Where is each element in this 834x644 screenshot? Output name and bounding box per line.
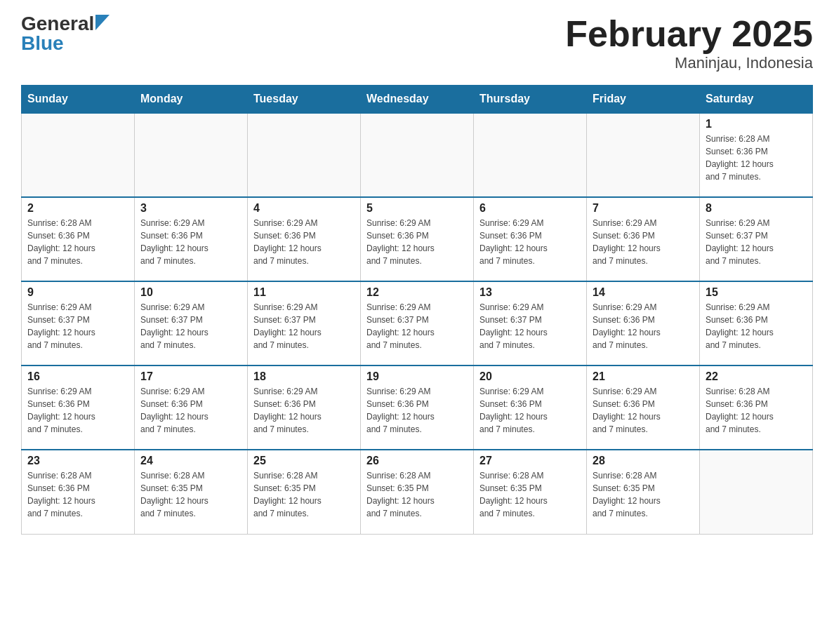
day-info: Sunrise: 6:29 AM Sunset: 6:37 PM Dayligh… <box>706 217 807 267</box>
day-info: Sunrise: 6:29 AM Sunset: 6:36 PM Dayligh… <box>140 217 241 267</box>
calendar-cell <box>135 113 248 197</box>
day-info: Sunrise: 6:29 AM Sunset: 6:36 PM Dayligh… <box>706 301 807 351</box>
calendar-cell: 25Sunrise: 6:28 AM Sunset: 6:35 PM Dayli… <box>248 450 361 534</box>
calendar-cell <box>700 450 813 534</box>
day-info: Sunrise: 6:29 AM Sunset: 6:37 PM Dayligh… <box>479 301 581 351</box>
calendar-week-row: 16Sunrise: 6:29 AM Sunset: 6:36 PM Dayli… <box>22 365 813 450</box>
day-info: Sunrise: 6:29 AM Sunset: 6:37 PM Dayligh… <box>27 301 128 351</box>
calendar-cell: 2Sunrise: 6:28 AM Sunset: 6:36 PM Daylig… <box>22 197 135 281</box>
day-number: 16 <box>27 370 128 383</box>
day-number: 20 <box>479 370 581 383</box>
calendar-cell: 4Sunrise: 6:29 AM Sunset: 6:36 PM Daylig… <box>248 197 361 281</box>
day-number: 12 <box>366 286 468 299</box>
calendar-cell <box>587 113 700 197</box>
day-number: 24 <box>140 455 241 467</box>
day-number: 7 <box>593 202 694 215</box>
calendar-body: 1Sunrise: 6:28 AM Sunset: 6:36 PM Daylig… <box>22 113 813 534</box>
calendar-cell: 6Sunrise: 6:29 AM Sunset: 6:36 PM Daylig… <box>474 197 587 281</box>
calendar-cell: 13Sunrise: 6:29 AM Sunset: 6:37 PM Dayli… <box>474 281 587 365</box>
day-number: 18 <box>253 370 355 383</box>
day-number: 11 <box>253 286 355 299</box>
day-info: Sunrise: 6:29 AM Sunset: 6:36 PM Dayligh… <box>140 385 241 436</box>
day-number: 8 <box>706 202 807 215</box>
calendar-cell: 1Sunrise: 6:28 AM Sunset: 6:36 PM Daylig… <box>700 113 813 197</box>
day-info: Sunrise: 6:29 AM Sunset: 6:36 PM Dayligh… <box>253 385 355 436</box>
day-info: Sunrise: 6:28 AM Sunset: 6:35 PM Dayligh… <box>479 469 581 520</box>
day-number: 22 <box>706 370 807 383</box>
day-number: 5 <box>366 202 468 215</box>
calendar-header: SundayMondayTuesdayWednesdayThursdayFrid… <box>22 86 813 114</box>
day-number: 1 <box>706 118 807 130</box>
day-info: Sunrise: 6:29 AM Sunset: 6:36 PM Dayligh… <box>593 301 694 351</box>
calendar-cell: 18Sunrise: 6:29 AM Sunset: 6:36 PM Dayli… <box>248 365 361 450</box>
calendar-week-row: 2Sunrise: 6:28 AM Sunset: 6:36 PM Daylig… <box>22 197 813 281</box>
day-number: 2 <box>27 202 128 215</box>
day-info: Sunrise: 6:28 AM Sunset: 6:36 PM Dayligh… <box>27 469 128 520</box>
calendar-cell: 16Sunrise: 6:29 AM Sunset: 6:36 PM Dayli… <box>22 365 135 450</box>
weekday-header-friday: Friday <box>587 86 700 114</box>
calendar-cell: 19Sunrise: 6:29 AM Sunset: 6:36 PM Dayli… <box>361 365 474 450</box>
calendar-cell <box>22 113 135 197</box>
weekday-header-monday: Monday <box>135 86 248 114</box>
calendar-cell: 3Sunrise: 6:29 AM Sunset: 6:36 PM Daylig… <box>135 197 248 281</box>
calendar-cell: 23Sunrise: 6:28 AM Sunset: 6:36 PM Dayli… <box>22 450 135 534</box>
day-info: Sunrise: 6:28 AM Sunset: 6:36 PM Dayligh… <box>706 385 807 436</box>
weekday-header-thursday: Thursday <box>474 86 587 114</box>
calendar-cell: 20Sunrise: 6:29 AM Sunset: 6:36 PM Dayli… <box>474 365 587 450</box>
weekday-header-row: SundayMondayTuesdayWednesdayThursdayFrid… <box>22 86 813 114</box>
day-number: 13 <box>479 286 581 299</box>
calendar-cell: 12Sunrise: 6:29 AM Sunset: 6:37 PM Dayli… <box>361 281 474 365</box>
logo: General Blue <box>21 14 110 53</box>
day-info: Sunrise: 6:29 AM Sunset: 6:37 PM Dayligh… <box>253 301 355 351</box>
day-number: 6 <box>479 202 581 215</box>
calendar-cell: 5Sunrise: 6:29 AM Sunset: 6:36 PM Daylig… <box>361 197 474 281</box>
day-number: 3 <box>140 202 241 215</box>
day-info: Sunrise: 6:29 AM Sunset: 6:36 PM Dayligh… <box>366 385 468 436</box>
logo-arrow-icon <box>95 15 110 30</box>
day-number: 23 <box>27 455 128 467</box>
calendar-cell: 14Sunrise: 6:29 AM Sunset: 6:36 PM Dayli… <box>587 281 700 365</box>
day-info: Sunrise: 6:29 AM Sunset: 6:36 PM Dayligh… <box>27 385 128 436</box>
calendar-cell: 15Sunrise: 6:29 AM Sunset: 6:36 PM Dayli… <box>700 281 813 365</box>
day-number: 9 <box>27 286 128 299</box>
calendar-table: SundayMondayTuesdayWednesdayThursdayFrid… <box>21 85 813 535</box>
day-number: 27 <box>479 455 581 467</box>
day-info: Sunrise: 6:28 AM Sunset: 6:35 PM Dayligh… <box>593 469 694 520</box>
calendar-cell: 28Sunrise: 6:28 AM Sunset: 6:35 PM Dayli… <box>587 450 700 534</box>
day-number: 21 <box>593 370 694 383</box>
calendar-cell: 7Sunrise: 6:29 AM Sunset: 6:36 PM Daylig… <box>587 197 700 281</box>
weekday-header-sunday: Sunday <box>22 86 135 114</box>
page-header: General Blue February 2025 Maninjau, Ind… <box>21 14 813 72</box>
day-info: Sunrise: 6:29 AM Sunset: 6:36 PM Dayligh… <box>479 385 581 436</box>
title-block: February 2025 Maninjau, Indonesia <box>565 14 813 72</box>
calendar-week-row: 9Sunrise: 6:29 AM Sunset: 6:37 PM Daylig… <box>22 281 813 365</box>
calendar-cell: 21Sunrise: 6:29 AM Sunset: 6:36 PM Dayli… <box>587 365 700 450</box>
calendar-cell: 26Sunrise: 6:28 AM Sunset: 6:35 PM Dayli… <box>361 450 474 534</box>
logo-general-text: General <box>21 14 94 34</box>
day-number: 4 <box>253 202 355 215</box>
calendar-cell: 17Sunrise: 6:29 AM Sunset: 6:36 PM Dayli… <box>135 365 248 450</box>
day-info: Sunrise: 6:28 AM Sunset: 6:35 PM Dayligh… <box>140 469 241 520</box>
day-number: 15 <box>706 286 807 299</box>
day-info: Sunrise: 6:28 AM Sunset: 6:35 PM Dayligh… <box>366 469 468 520</box>
day-info: Sunrise: 6:28 AM Sunset: 6:36 PM Dayligh… <box>706 133 807 183</box>
page-title: February 2025 <box>565 14 813 54</box>
day-info: Sunrise: 6:29 AM Sunset: 6:36 PM Dayligh… <box>593 385 694 436</box>
day-info: Sunrise: 6:29 AM Sunset: 6:36 PM Dayligh… <box>479 217 581 267</box>
logo-blue-text: Blue <box>21 34 64 53</box>
weekday-header-saturday: Saturday <box>700 86 813 114</box>
day-number: 25 <box>253 455 355 467</box>
day-info: Sunrise: 6:29 AM Sunset: 6:37 PM Dayligh… <box>366 301 468 351</box>
calendar-cell: 24Sunrise: 6:28 AM Sunset: 6:35 PM Dayli… <box>135 450 248 534</box>
calendar-cell: 11Sunrise: 6:29 AM Sunset: 6:37 PM Dayli… <box>248 281 361 365</box>
calendar-cell: 9Sunrise: 6:29 AM Sunset: 6:37 PM Daylig… <box>22 281 135 365</box>
day-number: 19 <box>366 370 468 383</box>
calendar-cell <box>474 113 587 197</box>
calendar-cell <box>248 113 361 197</box>
weekday-header-wednesday: Wednesday <box>361 86 474 114</box>
day-number: 28 <box>593 455 694 467</box>
day-number: 14 <box>593 286 694 299</box>
calendar-cell: 22Sunrise: 6:28 AM Sunset: 6:36 PM Dayli… <box>700 365 813 450</box>
calendar-cell: 10Sunrise: 6:29 AM Sunset: 6:37 PM Dayli… <box>135 281 248 365</box>
day-info: Sunrise: 6:29 AM Sunset: 6:36 PM Dayligh… <box>366 217 468 267</box>
